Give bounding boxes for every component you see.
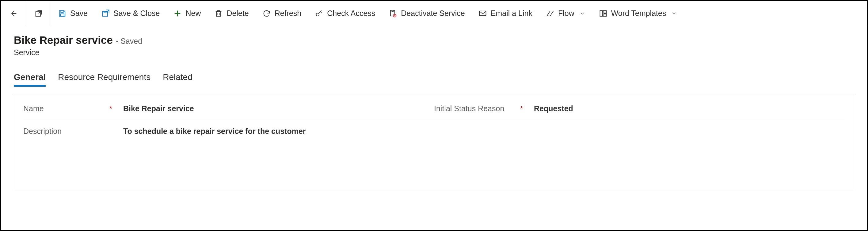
delete-label: Delete (226, 9, 249, 18)
entity-type-label: Service (14, 48, 854, 57)
save-label: Save (70, 9, 88, 18)
form-col-status: Initial Status Reason * Requested (434, 104, 845, 113)
check-access-button[interactable]: Check Access (308, 1, 382, 26)
save-button[interactable]: Save (51, 1, 94, 26)
refresh-label: Refresh (275, 9, 302, 18)
tab-resource-requirements[interactable]: Resource Requirements (58, 72, 151, 87)
refresh-button[interactable]: Refresh (256, 1, 308, 26)
back-button[interactable] (1, 1, 26, 26)
tab-related[interactable]: Related (163, 72, 192, 87)
form-row-top: Name * Bike Repair service Initial Statu… (23, 97, 845, 120)
trash-icon (214, 9, 223, 18)
name-label-wrap: Name * (23, 104, 118, 113)
email-link-label: Email a Link (491, 9, 532, 18)
header-area: Bike Repair service - Saved Service (1, 26, 867, 60)
check-access-label: Check Access (327, 9, 375, 18)
email-icon (478, 9, 487, 18)
description-label-wrap: Description (23, 127, 118, 136)
description-field[interactable]: To schedule a bike repair service for th… (118, 127, 306, 170)
svg-rect-1 (60, 14, 64, 16)
back-arrow-icon (9, 9, 18, 18)
chevron-down-icon (671, 10, 677, 16)
new-label: New (185, 9, 201, 18)
key-icon (315, 9, 323, 18)
initial-status-field[interactable]: Requested (529, 104, 573, 113)
form-row-description: Description To schedule a bike repair se… (23, 120, 845, 176)
plus-icon (173, 9, 182, 18)
flow-icon (546, 9, 554, 18)
tab-general[interactable]: General (14, 72, 46, 87)
svg-rect-2 (216, 12, 221, 16)
flow-label: Flow (558, 9, 575, 18)
name-label: Name (23, 104, 44, 113)
save-close-icon (101, 9, 110, 18)
chevron-down-icon (579, 10, 585, 16)
new-button[interactable]: New (166, 1, 208, 26)
word-templates-label: Word Templates (611, 9, 666, 18)
deactivate-label: Deactivate Service (401, 9, 465, 18)
svg-point-3 (316, 13, 319, 15)
svg-rect-7 (600, 10, 602, 16)
word-templates-icon (599, 9, 608, 18)
form-container: Name * Bike Repair service Initial Statu… (14, 94, 854, 189)
form-col-description: Description To schedule a bike repair se… (23, 127, 845, 170)
email-link-button[interactable]: Email a Link (472, 1, 539, 26)
command-bar: Save Save & Close New Delete Refresh Che… (1, 1, 867, 26)
title-row: Bike Repair service - Saved (14, 34, 854, 46)
save-icon (58, 9, 66, 18)
description-label: Description (23, 127, 62, 136)
save-close-button[interactable]: Save & Close (94, 1, 166, 26)
saved-status: - Saved (116, 37, 142, 46)
initial-status-label: Initial Status Reason (434, 104, 504, 113)
word-templates-button[interactable]: Word Templates (592, 1, 684, 26)
form-col-name: Name * Bike Repair service (23, 104, 434, 113)
refresh-icon (262, 9, 271, 18)
open-new-window-button[interactable] (26, 1, 51, 26)
required-star-icon: * (110, 104, 112, 113)
flow-button[interactable]: Flow (539, 1, 592, 26)
required-star-icon: * (520, 104, 523, 113)
initial-status-label-wrap: Initial Status Reason * (434, 104, 529, 113)
save-close-label: Save & Close (114, 9, 160, 18)
name-field[interactable]: Bike Repair service (118, 104, 194, 113)
deactivate-button[interactable]: Deactivate Service (382, 1, 471, 26)
delete-button[interactable]: Delete (208, 1, 255, 26)
tab-row: General Resource Requirements Related (1, 60, 867, 87)
svg-rect-6 (479, 11, 486, 15)
open-new-window-icon (34, 9, 43, 18)
deactivate-icon (389, 9, 397, 18)
page-title: Bike Repair service (14, 34, 113, 46)
